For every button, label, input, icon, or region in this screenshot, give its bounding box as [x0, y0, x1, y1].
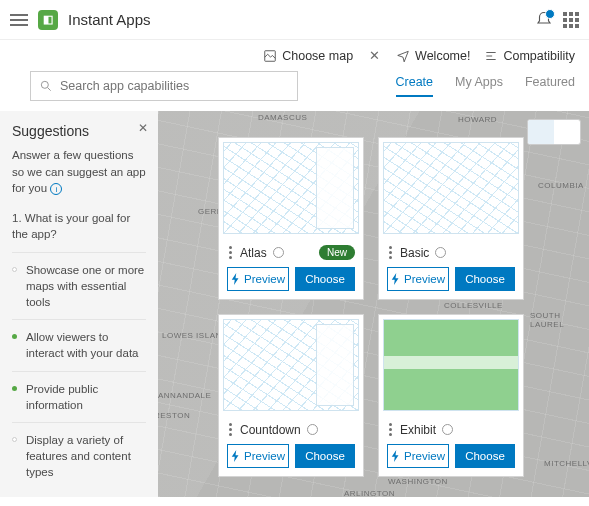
choose-button[interactable]: Choose — [455, 267, 515, 291]
option-label: Display a variety of features and conten… — [26, 432, 146, 480]
view-toggle — [527, 119, 581, 145]
map-label: Mitchellville — [544, 459, 589, 468]
bullet-icon — [12, 437, 17, 442]
bullet-icon — [12, 386, 17, 391]
suggestions-heading: Suggestions — [12, 123, 146, 139]
map-label: Annandale — [158, 391, 211, 400]
welcome-label: Welcome! — [415, 49, 470, 63]
template-name: Atlas — [240, 246, 267, 260]
option-showcase-maps[interactable]: Showcase one or more maps with essential… — [12, 252, 146, 319]
template-thumbnail — [383, 142, 519, 234]
app-title: Instant Apps — [68, 11, 151, 28]
template-card-exhibit: Exhibit Preview Choose — [378, 314, 524, 477]
choose-button[interactable]: Choose — [295, 444, 355, 468]
option-label: Allow viewers to interact with your data — [26, 329, 146, 361]
preview-button[interactable]: Preview — [227, 444, 289, 468]
choose-map-label: Choose map — [282, 49, 353, 63]
template-name: Exhibit — [400, 423, 436, 437]
template-card-countdown: Countdown Preview Choose — [218, 314, 364, 477]
app-launcher-icon[interactable] — [563, 12, 579, 28]
close-choose-map-button[interactable]: ✕ — [367, 48, 382, 63]
welcome-button[interactable]: Welcome! — [396, 49, 470, 63]
option-label: Showcase one or more maps with essential… — [26, 262, 146, 310]
template-thumbnail — [223, 319, 359, 411]
select-radio[interactable] — [307, 424, 318, 435]
choose-button[interactable]: Choose — [295, 267, 355, 291]
map-label: Fair Oaks — [158, 495, 201, 497]
more-actions-icon[interactable] — [387, 421, 394, 438]
bullet-icon — [12, 334, 17, 339]
template-name: Basic — [400, 246, 429, 260]
more-actions-icon[interactable] — [227, 244, 234, 261]
close-suggestions-button[interactable]: ✕ — [138, 121, 148, 135]
select-radio[interactable] — [435, 247, 446, 258]
template-thumbnail — [223, 142, 359, 234]
bullet-icon — [12, 267, 17, 272]
notification-badge — [545, 9, 555, 19]
template-card-atlas: Atlas New Preview Choose — [218, 137, 364, 300]
new-badge: New — [319, 245, 355, 260]
more-actions-icon[interactable] — [227, 421, 234, 438]
more-actions-icon[interactable] — [387, 244, 394, 261]
map-label: Washington — [388, 477, 448, 486]
choose-button[interactable]: Choose — [455, 444, 515, 468]
search-container — [30, 71, 298, 101]
tab-create[interactable]: Create — [396, 75, 434, 97]
map-canvas: HOWARD Damascus Columbia Germantown Glen… — [158, 111, 589, 497]
map-label: Columbia — [538, 181, 584, 190]
choose-map-button[interactable]: Choose map — [263, 49, 353, 63]
template-name: Countdown — [240, 423, 301, 437]
tab-my-apps[interactable]: My Apps — [455, 75, 503, 97]
compatibility-button[interactable]: Compatibility — [484, 49, 575, 63]
menu-icon[interactable] — [10, 14, 28, 26]
tab-featured[interactable]: Featured — [525, 75, 575, 97]
map-label: ARLINGTON — [344, 489, 395, 497]
select-radio[interactable] — [442, 424, 453, 435]
svg-point-1 — [41, 81, 48, 88]
preview-button[interactable]: Preview — [387, 444, 449, 468]
map-label: Damascus — [258, 113, 307, 122]
search-input[interactable] — [60, 79, 289, 93]
question-text: 1. What is your goal for the app? — [12, 211, 146, 242]
info-icon[interactable]: i — [50, 183, 62, 195]
option-variety-content[interactable]: Display a variety of features and conten… — [12, 422, 146, 489]
option-label: Provide public information — [26, 381, 146, 413]
template-card-basic: Basic Preview Choose — [378, 137, 524, 300]
suggestions-panel: ✕ Suggestions Answer a few questions so … — [0, 111, 158, 497]
preview-button[interactable]: Preview — [227, 267, 289, 291]
template-thumbnail — [383, 319, 519, 411]
option-public-info[interactable]: Provide public information — [12, 371, 146, 422]
grid-view-button[interactable] — [528, 120, 554, 144]
option-interact-data[interactable]: Allow viewers to interact with your data — [12, 319, 146, 370]
notifications-icon[interactable] — [535, 11, 553, 29]
map-label: HOWARD — [458, 115, 497, 124]
app-logo: ◧ — [38, 10, 58, 30]
list-view-button[interactable] — [554, 120, 580, 144]
suggestions-intro: Answer a few questions so we can suggest… — [12, 147, 146, 197]
preview-button[interactable]: Preview — [387, 267, 449, 291]
map-label: Reston — [158, 411, 190, 420]
compatibility-label: Compatibility — [503, 49, 575, 63]
map-label: South Laurel — [530, 311, 589, 329]
search-icon — [39, 79, 53, 93]
select-radio[interactable] — [273, 247, 284, 258]
